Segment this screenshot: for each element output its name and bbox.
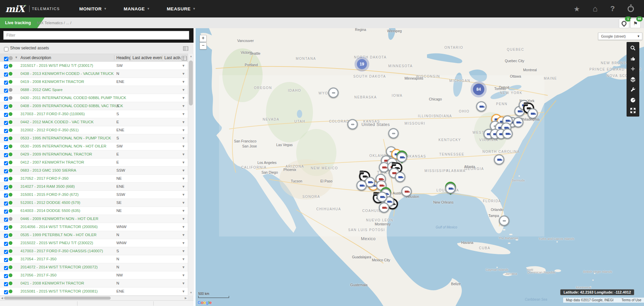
asset-description-link[interactable]: 0446 - 2009 KENWORTH NON - HOT OILER — [20, 217, 98, 221]
asset-checkbox[interactable] — [4, 218, 8, 222]
map-pin-toggle-button[interactable]: 1 — [619, 18, 629, 28]
status-filter-dot-icon[interactable] — [9, 56, 13, 60]
asset-checkbox[interactable] — [4, 242, 8, 246]
asset-checkbox[interactable] — [4, 81, 8, 85]
asset-description-link[interactable]: 417003 - 2017 FORD F-350 CHASSIS (140007… — [20, 249, 103, 253]
column-heading[interactable]: Heading — [114, 55, 130, 60]
marker-cluster[interactable]: 84 — [473, 84, 484, 95]
asset-description-link[interactable]: 512001 - 2012 DODGE 4500 (579) — [20, 201, 80, 205]
help-icon[interactable]: ? — [610, 5, 615, 12]
map-type-selector[interactable]: Google (street) ▼ — [598, 33, 642, 40]
asset-expand-chevron[interactable]: ▼ — [180, 191, 186, 198]
menu-monitor[interactable]: MONITOR▼ — [79, 6, 107, 11]
asset-expand-chevron[interactable]: ▼ — [180, 127, 186, 133]
asset-expand-chevron[interactable]: ▼ — [180, 102, 186, 109]
asset-checkbox[interactable] — [4, 234, 8, 238]
asset-checkbox[interactable] — [4, 177, 8, 181]
asset-checkbox[interactable] — [4, 290, 8, 294]
asset-checkbox[interactable] — [4, 89, 8, 93]
asset-checkbox[interactable] — [4, 64, 8, 69]
asset-description-link[interactable]: 0535 - 1999 PETERBILT NON - HOT OILER — [20, 233, 97, 237]
asset-expand-chevron[interactable]: ▼ — [180, 199, 186, 206]
asset-checkbox[interactable] — [4, 250, 8, 254]
asset-expand-chevron[interactable]: ▼ — [180, 264, 186, 270]
asset-description-link[interactable]: 0421 - 2008 KENWORTH TRACTOR — [20, 281, 84, 285]
asset-description-link[interactable]: 317003 - 2017 FORD F-350 (110065) — [20, 112, 85, 116]
asset-expand-chevron[interactable]: ▼ — [180, 256, 186, 262]
asset-checkbox[interactable] — [4, 73, 8, 77]
asset-expand-chevron[interactable]: ▼ — [180, 94, 186, 101]
asset-description-link[interactable]: 2015081 - 2015 W/ST T/TRACTOR (200081) — [20, 289, 98, 293]
wrench-icon[interactable] — [629, 86, 637, 93]
show-selected-checkbox[interactable] — [4, 47, 8, 51]
asset-description-link[interactable]: 0442 - 2012 MACK CODED - VAC TRUCK — [20, 120, 94, 124]
asset-expand-chevron[interactable]: ▼ — [180, 175, 186, 182]
asset-expand-chevron[interactable]: ▼ — [180, 207, 186, 214]
scroll-up-arrow[interactable]: ▲ — [188, 54, 194, 59]
column-settings-icon[interactable] — [182, 56, 187, 60]
asset-checkbox[interactable] — [4, 113, 8, 117]
asset-description-link[interactable]: 0419 - 2008 KENWORTH TRACTOR — [20, 80, 84, 84]
map-zoom-out-button[interactable]: − — [200, 42, 207, 49]
menu-manage[interactable]: MANAGE▼ — [124, 6, 150, 11]
asset-checkbox[interactable] — [4, 145, 8, 149]
asset-description-link[interactable]: 0430 - 2011 INTERNATIONAL CODED 60BBL PU… — [20, 96, 126, 100]
asset-checkbox[interactable] — [4, 258, 8, 262]
asset-description-link[interactable]: 2315022 - 2015 W/ST PNEU T/T (230022) — [20, 241, 93, 245]
asset-checkbox[interactable] — [4, 161, 8, 165]
home-icon[interactable]: ⌂ — [593, 5, 598, 13]
asset-description-link[interactable]: 2014072 - 2014 W/ST T/TRACTOR (200072) — [20, 265, 98, 269]
asset-expand-chevron[interactable]: ▼ — [180, 111, 186, 117]
scroll-right-arrow[interactable]: ▶ — [185, 296, 187, 301]
asset-expand-chevron[interactable]: ▼ — [180, 135, 186, 141]
asset-checkbox[interactable] — [4, 266, 8, 270]
asset-checkbox[interactable] — [4, 137, 8, 141]
marker-cluster[interactable]: 19 — [357, 59, 367, 69]
live-tracking-map[interactable]: MONTANANORTH DAKOTASOUTH DAKOTAMINNESOTA… — [196, 28, 644, 306]
asset-expand-chevron[interactable]: ▼ — [180, 62, 186, 69]
asset-checkbox[interactable] — [4, 169, 8, 173]
asset-checkbox[interactable] — [4, 153, 8, 157]
flag-toggle-button[interactable]: ⚑ 66 — [630, 18, 641, 28]
search-icon[interactable] — [629, 44, 637, 52]
asset-expand-chevron[interactable]: ▼ — [180, 183, 186, 190]
column-asset-description[interactable]: Asset description — [20, 55, 113, 60]
asset-expand-chevron[interactable]: ▼ — [180, 78, 186, 85]
asset-expand-chevron[interactable]: ▼ — [180, 248, 186, 254]
horizontal-scrollbar-thumb[interactable] — [4, 297, 111, 300]
asset-expand-chevron[interactable]: ▼ — [180, 288, 186, 295]
asset-description-link[interactable]: 0408 - 2009 INTERNATIONAL CODED 60BBL VA… — [20, 104, 123, 108]
asset-description-link[interactable]: 315001 - 2015 FORD F-350 (672) — [20, 192, 78, 196]
asset-checkbox[interactable] — [4, 121, 8, 125]
vertical-scrollbar[interactable]: ▲ ▼ — [188, 54, 194, 296]
asset-checkbox[interactable] — [4, 97, 8, 101]
asset-description-link[interactable]: 0429 - 2009 INTERNATIONAL TRACTOR — [20, 152, 92, 156]
menu-measure[interactable]: MEASURE▼ — [167, 6, 196, 11]
poi-icon[interactable] — [629, 55, 637, 62]
asset-description-link[interactable]: 314027 - 2014 RAM 3500 (668) — [20, 184, 75, 188]
select-all-checkbox[interactable] — [4, 57, 8, 61]
column-last-active[interactable]: Last activ — [162, 55, 180, 60]
asset-expand-chevron[interactable]: ▼ — [180, 70, 186, 77]
asset-description-link[interactable]: 317052 - 2017 FORD F-350 — [20, 176, 68, 180]
map-zoom-in-button[interactable]: + — [200, 35, 207, 42]
asset-checkbox[interactable] — [4, 226, 8, 230]
asset-expand-chevron[interactable]: ▼ — [180, 119, 186, 125]
locate-icon[interactable] — [629, 65, 637, 73]
asset-description-link[interactable]: 0530 - 2005 INTERNATIONAL NON - HOT OILE… — [20, 144, 106, 148]
asset-description-link[interactable]: 0688 - 2012 GMC Spare — [20, 88, 62, 92]
asset-expand-chevron[interactable]: ▼ — [180, 151, 186, 158]
terms-of-use-link[interactable]: Terms of Use — [622, 298, 641, 302]
export-grid-icon[interactable] — [183, 46, 188, 51]
asset-expand-chevron[interactable]: ▼ — [180, 167, 186, 174]
asset-checkbox[interactable] — [4, 193, 8, 198]
asset-checkbox[interactable] — [4, 129, 8, 133]
layers-icon[interactable] — [629, 76, 637, 83]
power-logout-icon[interactable] — [628, 6, 634, 12]
asset-description-link[interactable]: 0683 - 2013 GMC 1500 SIERRA — [20, 168, 76, 172]
asset-checkbox[interactable] — [4, 210, 8, 214]
asset-expand-chevron[interactable]: ▼ — [180, 223, 186, 230]
asset-expand-chevron[interactable]: ▼ — [180, 159, 186, 166]
asset-checkbox[interactable] — [4, 282, 8, 286]
asset-description-link[interactable]: 317054 - 2017 F-350 — [20, 257, 56, 261]
